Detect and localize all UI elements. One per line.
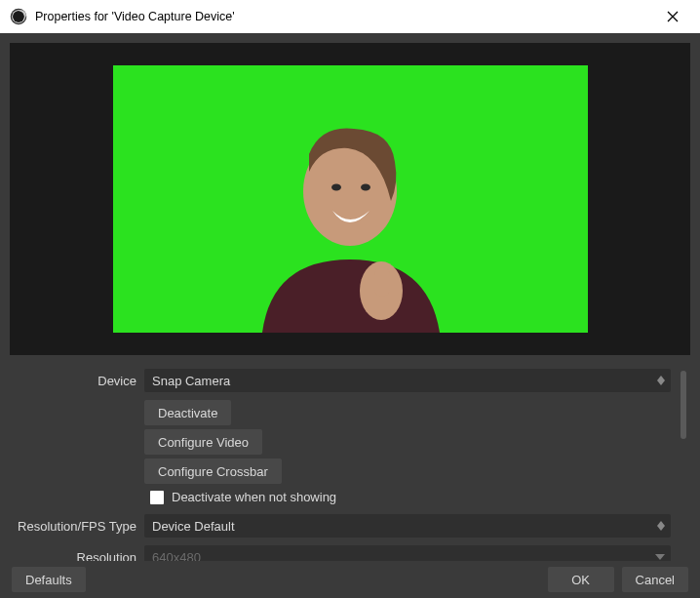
svg-point-2 bbox=[13, 11, 24, 22]
resolution-type-label: Resolution/FPS Type bbox=[14, 519, 144, 534]
device-select-value: Snap Camera bbox=[152, 374, 230, 388]
person-silhouette bbox=[223, 123, 477, 333]
svg-point-9 bbox=[361, 184, 370, 191]
obs-logo-icon bbox=[10, 8, 27, 25]
resolution-type-select[interactable]: Device Default bbox=[144, 514, 671, 538]
device-select[interactable]: Snap Camera bbox=[144, 369, 671, 392]
cancel-button[interactable]: Cancel bbox=[622, 567, 688, 592]
deactivate-when-not-showing-checkbox[interactable] bbox=[150, 491, 164, 504]
svg-point-8 bbox=[331, 184, 341, 191]
dialog-footer: Defaults OK Cancel bbox=[0, 561, 700, 598]
resolution-type-value: Device Default bbox=[152, 519, 235, 534]
updown-icon bbox=[657, 514, 665, 538]
preview-surface bbox=[10, 43, 690, 355]
ok-button[interactable]: OK bbox=[548, 567, 614, 592]
device-label: Device bbox=[14, 374, 144, 388]
window-title: Properties for 'Video Capture Device' bbox=[35, 10, 653, 23]
updown-icon bbox=[657, 369, 665, 392]
configure-crossbar-button[interactable]: Configure Crossbar bbox=[144, 458, 282, 484]
close-icon bbox=[667, 11, 679, 22]
dialog-body: Device Snap Camera Deactivate Configu bbox=[0, 33, 700, 598]
preview-area bbox=[0, 33, 700, 355]
deactivate-button[interactable]: Deactivate bbox=[144, 400, 231, 425]
deactivate-when-not-showing-label: Deactivate when not showing bbox=[172, 490, 336, 504]
svg-rect-7 bbox=[374, 267, 390, 297]
form-scrollbar[interactable] bbox=[681, 371, 686, 570]
configure-video-button[interactable]: Configure Video bbox=[144, 429, 262, 455]
video-preview bbox=[113, 65, 588, 333]
scrollbar-thumb[interactable] bbox=[681, 371, 686, 439]
close-button[interactable] bbox=[653, 3, 692, 30]
defaults-button[interactable]: Defaults bbox=[12, 567, 86, 592]
window-titlebar: Properties for 'Video Capture Device' bbox=[0, 0, 700, 33]
